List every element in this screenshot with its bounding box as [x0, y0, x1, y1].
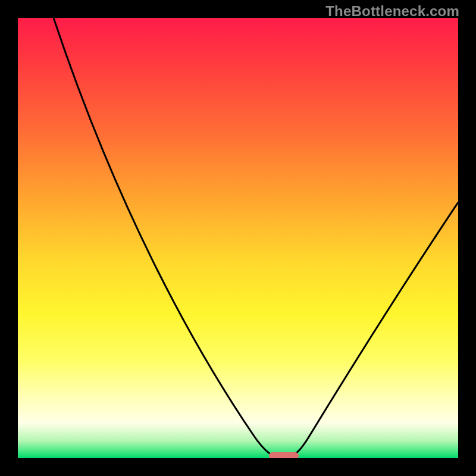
chart-frame: TheBottleneck.com [0, 0, 476, 476]
plot-area [18, 18, 458, 458]
minimum-marker [269, 452, 299, 458]
bottleneck-curve [18, 18, 458, 458]
curve-path [54, 18, 458, 458]
watermark-text: TheBottleneck.com [325, 3, 459, 20]
